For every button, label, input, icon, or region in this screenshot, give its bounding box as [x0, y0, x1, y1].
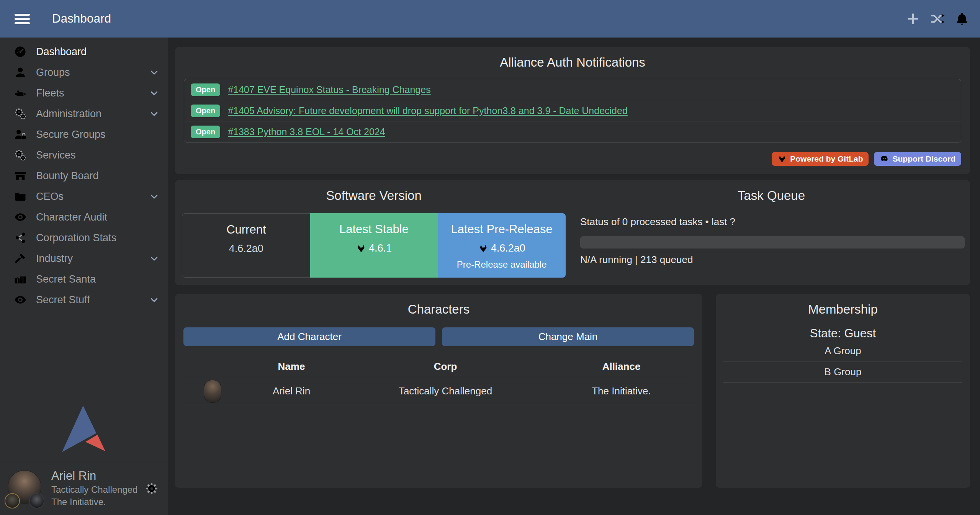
sidebar-item-label: Secure Groups: [36, 129, 159, 141]
column-header-corp: Corp: [342, 361, 549, 373]
sidebar-item-bounty-board[interactable]: Bounty Board: [0, 165, 168, 186]
eye-icon: [14, 211, 27, 224]
current-version-value: 4.6.2a0: [229, 243, 263, 255]
sidebar-item-label: Secret Stuff: [36, 294, 149, 306]
character-corp: Tactically Challenged: [342, 385, 549, 397]
sidebar-item-label: Administration: [36, 108, 149, 120]
version-taskqueue-panel: Software Version Current 4.6.2a0 Latest …: [175, 180, 970, 285]
characters-title: Characters: [175, 294, 702, 317]
sidebar-nav: Dashboard Groups Fleets Administration: [0, 38, 168, 310]
sidebar-item-label: Secret Santa: [36, 273, 159, 285]
prerelease-note: Pre-Release available: [438, 259, 566, 270]
sidebar-item-fleets[interactable]: Fleets: [0, 83, 168, 103]
shuttle-icon: [14, 87, 27, 100]
chevron-down-icon: [149, 295, 159, 305]
task-queue-section: Task Queue Status of 0 processed tasks •…: [573, 180, 970, 285]
menu-toggle-icon[interactable]: [15, 11, 30, 26]
version-card-label: Latest Pre-Release: [438, 222, 566, 236]
gitlab-icon: [356, 244, 366, 253]
gitlab-icon: [478, 244, 488, 253]
page-title: Dashboard: [52, 12, 111, 26]
version-card-prerelease: Latest Pre-Release 4.6.2a0 Pre-Release a…: [438, 213, 566, 278]
version-card-current: Current 4.6.2a0: [182, 213, 310, 278]
add-icon[interactable]: [906, 11, 920, 26]
version-card-label: Latest Stable: [310, 222, 438, 236]
change-main-button[interactable]: Change Main: [442, 327, 694, 346]
sidebar-item-label: Dashboard: [36, 46, 159, 58]
gitlab-badge-label: Powered by GitLab: [790, 154, 863, 163]
software-version-title: Software Version: [175, 180, 573, 203]
sidebar-item-ceos[interactable]: CEOs: [0, 186, 168, 207]
notification-bell-icon[interactable]: [955, 11, 969, 26]
add-character-button[interactable]: Add Character: [183, 327, 435, 346]
sidebar-item-groups[interactable]: Groups: [0, 62, 168, 83]
user-alliance: The Initiative.: [51, 496, 137, 508]
sidebar-item-administration[interactable]: Administration: [0, 103, 168, 124]
sidebar-item-label: Fleets: [36, 87, 149, 99]
navbar-actions: [906, 11, 969, 26]
gears-icon: [14, 107, 27, 120]
sidebar-item-services[interactable]: Services: [0, 145, 168, 165]
sidebar-item-industry[interactable]: Industry: [0, 248, 168, 269]
gitlab-icon: [777, 154, 787, 163]
character-row: Ariel Rin Tactically Challenged The Init…: [184, 378, 694, 404]
membership-state: State: Guest: [716, 327, 970, 340]
sidebar-item-label: CEOs: [36, 191, 149, 203]
discord-badge-label: Support Discord: [892, 154, 955, 163]
user-name: Ariel Rin: [51, 469, 137, 484]
notifications-panel: Alliance Auth Notifications Open #1407 E…: [175, 47, 970, 174]
software-version-section: Software Version Current 4.6.2a0 Latest …: [175, 180, 573, 285]
notifications-title: Alliance Auth Notifications: [175, 47, 970, 70]
chevron-down-icon: [149, 253, 159, 264]
folder-icon: [14, 190, 27, 203]
character-portrait: [204, 380, 221, 403]
prerelease-version-value: 4.6.2a0: [491, 242, 525, 254]
chevron-down-icon: [149, 109, 159, 119]
chevron-down-icon: [149, 191, 159, 202]
sidebar-item-dashboard[interactable]: Dashboard: [0, 41, 168, 62]
notification-link[interactable]: #1407 EVE Equinox Status - Breaking Chan…: [228, 84, 431, 95]
column-header-name: Name: [241, 361, 342, 373]
notification-link[interactable]: #1405 Advisory: Future development will …: [228, 105, 628, 116]
task-queue-counts: N/A running | 213 queued: [580, 254, 965, 266]
sidebar-item-secret-santa[interactable]: Secret Santa: [0, 269, 168, 289]
chevron-down-icon: [149, 88, 159, 98]
gears-icon: [14, 149, 27, 162]
notification-row: Open #1407 EVE Equinox Status - Breaking…: [184, 79, 961, 100]
task-queue-title: Task Queue: [573, 180, 970, 203]
character-name: Ariel Rin: [241, 385, 342, 397]
hammer-icon: [14, 252, 27, 265]
gitlab-badge[interactable]: Powered by GitLab: [772, 152, 869, 166]
version-card-stable: Latest Stable 4.6.1: [310, 213, 438, 278]
sidebar-item-corporation-stats[interactable]: Corporation Stats: [0, 227, 168, 248]
main-content: Alliance Auth Notifications Open #1407 E…: [168, 38, 980, 515]
top-navbar: Dashboard: [0, 0, 980, 38]
sidebar-item-label: Corporation Stats: [36, 232, 159, 244]
discord-badge[interactable]: Support Discord: [874, 152, 961, 166]
sidebar-item-character-audit[interactable]: Character Audit: [0, 207, 168, 227]
notification-link[interactable]: #1383 Python 3.8 EOL - 14 Oct 2024: [228, 126, 385, 137]
sidebar-item-label: Bounty Board: [36, 170, 159, 182]
stable-version-value: 4.6.1: [369, 242, 392, 254]
status-badge: Open: [191, 126, 220, 138]
settings-gear-icon[interactable]: [145, 482, 159, 495]
user-panel[interactable]: Ariel Rin Tactically Challenged The Init…: [0, 462, 168, 515]
user-lock-icon: [14, 128, 27, 141]
sidebar-item-label: Industry: [36, 253, 149, 265]
eye-icon: [14, 293, 27, 306]
notifications-list: Open #1407 EVE Equinox Status - Breaking…: [184, 79, 961, 143]
discord-icon: [880, 154, 889, 163]
characters-panel: Characters Add Character Change Main Nam…: [175, 294, 702, 488]
sidebar-item-label: Services: [36, 149, 159, 161]
sidebar-item-secure-groups[interactable]: Secure Groups: [0, 124, 168, 145]
character-alliance: The Initiative.: [549, 385, 694, 397]
sidebar-item-label: Groups: [36, 67, 149, 78]
column-header-alliance: Alliance: [549, 361, 694, 373]
membership-group: A Group: [723, 340, 962, 361]
gauge-icon: [14, 45, 27, 58]
characters-table-header: Name Corp Alliance: [184, 355, 694, 378]
sidebar-item-secret-stuff[interactable]: Secret Stuff: [0, 289, 168, 310]
shuffle-icon[interactable]: [930, 11, 945, 26]
version-card-label: Current: [182, 223, 310, 237]
chevron-down-icon: [149, 67, 159, 78]
